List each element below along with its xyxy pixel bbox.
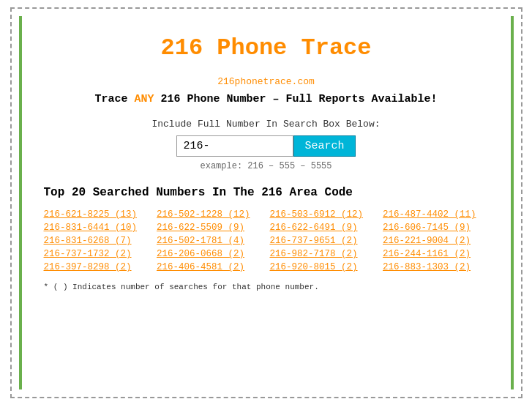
site-url: 216phonetrace.com	[44, 76, 489, 87]
list-item[interactable]: 216-606-7145 (9)	[383, 223, 489, 233]
list-item[interactable]: 216-244-1161 (2)	[383, 249, 489, 259]
footnote: * ( ) Indicates number of searches for t…	[44, 283, 489, 291]
list-item[interactable]: 216-503-6912 (12)	[270, 209, 376, 220]
list-item[interactable]: 216-831-6441 (10)	[44, 223, 150, 233]
list-item[interactable]: 216-920-8015 (2)	[270, 262, 376, 272]
list-item[interactable]: 216-221-9004 (2)	[383, 236, 489, 246]
search-example: example: 216 – 555 – 5555	[44, 161, 489, 171]
list-item[interactable]: 216-737-9651 (2)	[270, 236, 376, 246]
list-item[interactable]: 216-502-1228 (12)	[157, 209, 263, 220]
list-item[interactable]: 216-737-1732 (2)	[44, 249, 150, 259]
tagline-suffix: 216 Phone Number – Full Reports Availabl…	[154, 93, 437, 105]
list-item[interactable]: 216-206-0668 (2)	[157, 249, 263, 259]
search-input[interactable]	[176, 135, 293, 157]
list-item[interactable]: 216-831-6268 (7)	[44, 236, 150, 246]
search-row: Search	[44, 135, 489, 157]
outer-border: 216 Phone Trace 216phonetrace.com Trace …	[10, 7, 522, 398]
inner-border: 216 Phone Trace 216phonetrace.com Trace …	[19, 16, 514, 389]
tagline-any: ANY	[134, 93, 154, 105]
page-title: 216 Phone Trace	[44, 23, 489, 76]
numbers-grid: 216-621-8225 (13)216-502-1228 (12)216-50…	[44, 209, 489, 272]
list-item[interactable]: 216-487-4402 (11)	[383, 209, 489, 220]
list-item[interactable]: 216-406-4581 (2)	[157, 262, 263, 272]
list-item[interactable]: 216-622-5509 (9)	[157, 223, 263, 233]
search-section: Include Full Number In Search Box Below:…	[44, 119, 489, 171]
list-item[interactable]: 216-502-1781 (4)	[157, 236, 263, 246]
list-item[interactable]: 216-883-1303 (2)	[383, 262, 489, 272]
tagline-prefix: Trace	[94, 93, 134, 105]
list-item[interactable]: 216-622-6491 (9)	[270, 223, 376, 233]
search-label: Include Full Number In Search Box Below:	[44, 119, 489, 130]
search-button[interactable]: Search	[293, 135, 355, 157]
list-item[interactable]: 216-982-7178 (2)	[270, 249, 376, 259]
list-item[interactable]: 216-397-8298 (2)	[44, 262, 150, 272]
tagline: Trace ANY 216 Phone Number – Full Report…	[44, 93, 489, 105]
top-numbers-title: Top 20 Searched Numbers In The 216 Area …	[44, 186, 489, 199]
list-item[interactable]: 216-621-8225 (13)	[44, 209, 150, 220]
